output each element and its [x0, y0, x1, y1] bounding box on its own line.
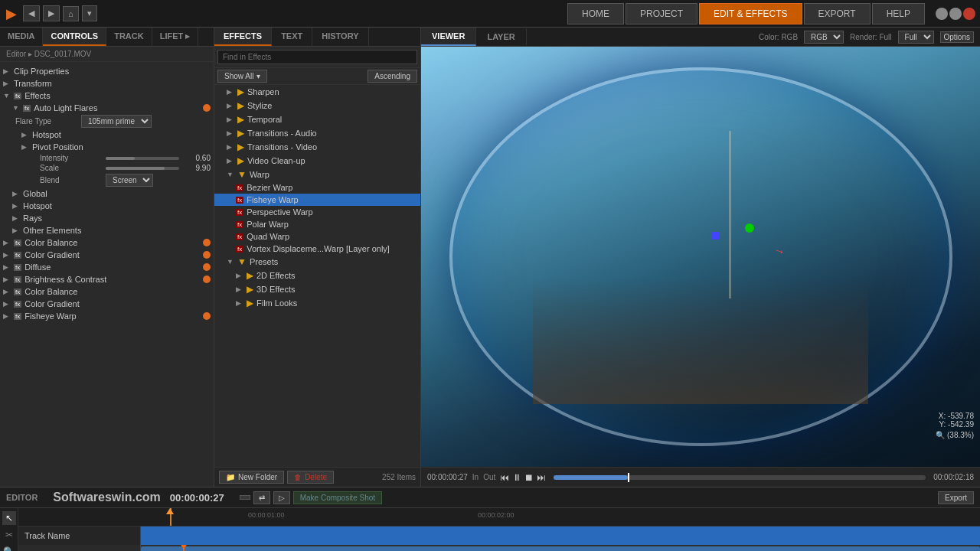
- effects-item-temporal[interactable]: ▶ ▶ Temporal: [214, 112, 420, 126]
- playback-timeline[interactable]: [554, 475, 926, 480]
- diff-orange-indicator: [203, 263, 211, 271]
- color-gradient-2-label: Color Gradient: [24, 299, 80, 308]
- ctrl-intensity-row: Intensity 0.60: [0, 153, 214, 163]
- tab-lifet[interactable]: LIFET ▸: [152, 28, 199, 46]
- effects-item-fisheye-warp[interactable]: fx Fisheye Warp: [214, 194, 420, 206]
- nav-edit-effects[interactable]: EDIT & EFFECTS: [699, 3, 802, 24]
- effects-search-input[interactable]: [217, 50, 417, 64]
- transport-button-2[interactable]: ▷: [273, 491, 290, 504]
- tab-viewer[interactable]: VIEWER: [421, 28, 476, 46]
- folder-icon: ▶: [247, 270, 253, 281]
- controls-content[interactable]: ▶ Clip Properties ▶ Transform ▼ fx Effec…: [0, 62, 214, 487]
- effects-item-trans-video[interactable]: ▶ ▶ Transitions - Video: [214, 140, 420, 154]
- tab-controls[interactable]: CONTROLS: [43, 28, 106, 46]
- maximize-button[interactable]: [949, 8, 962, 20]
- ctrl-clip-properties[interactable]: ▶ Clip Properties: [0, 65, 214, 77]
- tab-track[interactable]: TRACK: [106, 28, 152, 46]
- razor-tool[interactable]: ✂: [2, 528, 16, 542]
- home-nav-button[interactable]: ⌂: [63, 6, 79, 21]
- editor-label: EDITOR: [6, 493, 38, 502]
- select-tool[interactable]: ↖: [2, 511, 16, 525]
- stop-button[interactable]: ⏹: [524, 472, 534, 483]
- delete-button[interactable]: 🗑 Delete: [287, 471, 334, 484]
- other-elements-label: Other Elements: [23, 226, 81, 235]
- effects-item-film-looks[interactable]: ▶ ▶ Film Looks: [214, 296, 420, 310]
- fisheye-warp-effect-label: Fisheye Warp: [247, 195, 298, 204]
- tab-media[interactable]: MEDIA: [0, 28, 43, 46]
- nav-home[interactable]: HOME: [567, 3, 624, 24]
- effects-item-vortex[interactable]: fx Vortex Displaceme...Warp [Layer only]: [214, 243, 420, 255]
- ctrl-color-balance-2[interactable]: ▶ fx Color Balance: [0, 285, 214, 298]
- color-mode-select[interactable]: RGB: [804, 31, 844, 44]
- ctrl-brightness-contrast[interactable]: ▶ fx Brightness & Contrast: [0, 273, 214, 285]
- play-button[interactable]: ⏸: [512, 472, 521, 483]
- back-button[interactable]: ◀: [23, 5, 40, 21]
- effects-item-warp[interactable]: ▼ ▼ Warp: [214, 168, 420, 181]
- ctrl-rays[interactable]: ▶ Rays: [0, 212, 214, 224]
- zoom-value: (38.3%): [947, 431, 974, 439]
- ctrl-color-balance-1[interactable]: ▶ fx Color Balance: [0, 236, 214, 249]
- menu-button[interactable]: ▾: [82, 5, 97, 21]
- options-button[interactable]: Options: [940, 31, 974, 43]
- transport-button-1[interactable]: ⇄: [253, 491, 270, 504]
- tab-effects[interactable]: EFFECTS: [214, 28, 272, 46]
- ctrl-other-elements[interactable]: ▶ Other Elements: [0, 224, 214, 236]
- ctrl-hotspot2[interactable]: ▶ Hotspot: [0, 200, 214, 212]
- goto-end-button[interactable]: ⏭: [537, 472, 546, 483]
- forward-button[interactable]: ▶: [43, 5, 60, 21]
- effects-item-video-cleanup[interactable]: ▶ ▶ Video Clean-up: [214, 154, 420, 168]
- folder-icon: ▼: [237, 256, 247, 267]
- export-button[interactable]: Export: [938, 491, 974, 504]
- tab-layer[interactable]: LAYER: [476, 28, 526, 45]
- intensity-slider[interactable]: [106, 157, 179, 160]
- effects-item-3d[interactable]: ▶ ▶ 3D Effects: [214, 282, 420, 296]
- flare-type-select[interactable]: 105mm prime: [81, 115, 152, 128]
- viewer-area[interactable]: → X: -539.78 Y: -542.39 🔍 (38.3%): [421, 47, 980, 467]
- ctrl-color-gradient-1[interactable]: ▶ fx Color Gradient: [0, 249, 214, 261]
- quad-warp-label: Quad Warp: [247, 232, 289, 241]
- ctrl-hotspot[interactable]: ▶ Hotspot: [0, 129, 214, 141]
- tab-history[interactable]: HISTORY: [312, 28, 368, 46]
- scale-slider[interactable]: [106, 167, 179, 170]
- ctrl-color-gradient-2[interactable]: ▶ fx Color Gradient: [0, 298, 214, 310]
- expand-icon: ▶: [3, 300, 11, 308]
- nav-project[interactable]: PROJECT: [626, 3, 697, 24]
- effects-item-quad-warp[interactable]: fx Quad Warp: [214, 230, 420, 243]
- ctrl-diffuse[interactable]: ▶ fx Diffuse: [0, 261, 214, 273]
- nav-help[interactable]: HELP: [872, 3, 925, 24]
- timeline-ruler[interactable]: 00:00:01:00 00:00:02:00: [18, 508, 980, 527]
- video-track-body[interactable]: DSC_0017.MOV 🎬: [141, 545, 980, 551]
- tab-text[interactable]: TEXT: [272, 28, 312, 46]
- effects-item-trans-audio[interactable]: ▶ ▶ Transitions - Audio: [214, 126, 420, 140]
- ctrl-fisheye-warp[interactable]: ▶ fx Fisheye Warp: [0, 310, 214, 322]
- delete-label: Delete: [305, 473, 327, 481]
- new-folder-button[interactable]: 📁 New Folder: [219, 471, 284, 484]
- effects-item-bezier-warp[interactable]: fx Bezier Warp: [214, 181, 420, 194]
- nav-export[interactable]: EXPORT: [804, 3, 871, 24]
- ascending-button[interactable]: Ascending: [368, 70, 417, 83]
- ctrl-auto-light-flares[interactable]: ▼ fx Auto Light Flares: [0, 102, 214, 114]
- effects-item-stylize[interactable]: ▶ ▶ Stylize: [214, 99, 420, 112]
- video-clip[interactable]: DSC_0017.MOV 🎬: [141, 546, 980, 551]
- ctrl-effects[interactable]: ▼ fx Effects: [0, 90, 214, 102]
- effects-item-2d[interactable]: ▶ ▶ 2D Effects: [214, 269, 420, 282]
- trans-audio-label: Transitions - Audio: [247, 129, 317, 138]
- render-select[interactable]: Full: [898, 31, 934, 44]
- minimize-button[interactable]: [936, 8, 948, 20]
- folder-icon: ▶: [237, 155, 244, 166]
- record-button[interactable]: [240, 495, 250, 500]
- blend-select[interactable]: Screen: [106, 174, 153, 187]
- show-all-button[interactable]: Show All ▾: [217, 70, 267, 83]
- ctrl-global[interactable]: ▶ Global: [0, 187, 214, 200]
- zoom-tool[interactable]: 🔍: [2, 545, 16, 551]
- effects-item-perspective-warp[interactable]: fx Perspective Warp: [214, 206, 420, 218]
- track-name-body[interactable]: [141, 527, 980, 545]
- close-button[interactable]: [963, 8, 975, 20]
- effects-item-presets[interactable]: ▼ ▼ Presets: [214, 255, 420, 269]
- effects-item-sharpen[interactable]: ▶ ▶ Sharpen: [214, 85, 420, 99]
- ctrl-transform[interactable]: ▶ Transform: [0, 77, 214, 90]
- ctrl-pivot-position[interactable]: ▶ Pivot Position: [0, 141, 214, 153]
- effects-item-polar-warp[interactable]: fx Polar Warp: [214, 218, 420, 230]
- composite-shot-button[interactable]: Make Composite Shot: [293, 491, 382, 504]
- goto-start-button[interactable]: ⏮: [500, 472, 509, 483]
